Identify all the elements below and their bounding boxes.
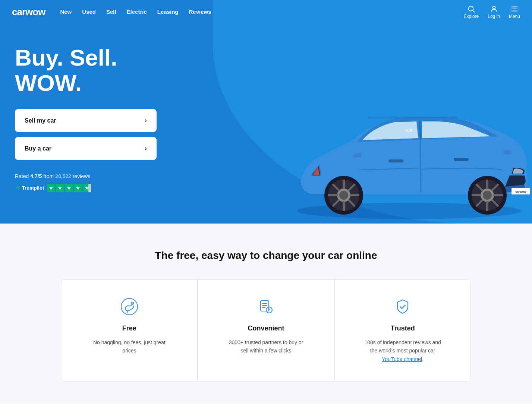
svg-point-2 <box>492 6 495 9</box>
hero-title: Buy. Sell. WOW. <box>15 45 164 96</box>
review-count: 28,522 <box>55 173 71 179</box>
features-section: The free, easy way to change your car on… <box>0 224 532 404</box>
hero-section: Buy. Sell. WOW. Sell my car › Buy a car … <box>0 0 532 224</box>
sell-car-button[interactable]: Sell my car › <box>15 109 157 132</box>
svg-rect-12 <box>454 158 469 161</box>
hamburger-icon <box>510 5 519 13</box>
car-svg: carwow <box>278 66 532 222</box>
svg-point-0 <box>469 6 473 11</box>
svg-rect-38 <box>368 117 457 118</box>
sell-car-label: Sell my car <box>25 117 56 124</box>
star-1: ★ <box>47 184 55 192</box>
trustpilot-stars: ★ ★ ★ ★ ★ <box>47 184 91 192</box>
nav-link-leasing[interactable]: Leasing <box>157 9 179 15</box>
nav-link-used[interactable]: Used <box>82 9 96 15</box>
hero-rating: Rated 4.7/5 from 28,522 reviews ★ Trustp… <box>15 172 164 193</box>
trustpilot-star-icon: ★ <box>15 183 20 193</box>
menu-label: Menu <box>509 14 520 19</box>
nav-link-sell[interactable]: Sell <box>106 9 116 15</box>
search-icon <box>467 5 475 13</box>
nav-link-new[interactable]: New <box>60 9 72 15</box>
feature-card-trusted: Trusted 100s of independent reviews and … <box>334 279 471 381</box>
nav-links: New Used Sell Electric Leasing Reviews <box>60 9 211 15</box>
svg-point-28 <box>339 191 348 200</box>
feature-desc-trusted: 100s of independent reviews and the worl… <box>362 338 444 363</box>
star-4: ★ <box>74 184 82 192</box>
feature-desc-free: No haggling, no fees, just great prices <box>88 338 170 355</box>
feature-card-free: Free No haggling, no fees, just great pr… <box>61 279 198 381</box>
chevron-right-icon: › <box>145 117 147 124</box>
rating-score: 4.7/5 <box>30 173 42 179</box>
navbar: carwow New Used Sell Electric Leasing Re… <box>0 0 532 24</box>
nav-link-reviews[interactable]: Reviews <box>189 9 211 15</box>
svg-line-10 <box>420 139 421 192</box>
explore-button[interactable]: Explore <box>464 5 479 19</box>
trustpilot-label: Trustpilot <box>22 184 44 192</box>
svg-text:carwow: carwow <box>515 190 526 193</box>
login-label: Log in <box>488 14 500 19</box>
feature-desc-convenient: 3000+ trusted partners to buy or sell wi… <box>225 338 307 355</box>
svg-point-40 <box>131 302 133 304</box>
user-icon <box>490 5 498 13</box>
nav-link-electric[interactable]: Electric <box>127 9 147 15</box>
svg-rect-11 <box>388 159 403 162</box>
features-title: The free, easy way to change your car on… <box>15 250 517 262</box>
feature-card-convenient: Convenient 3000+ trusted partners to buy… <box>198 279 334 381</box>
nav-logo[interactable]: carwow <box>12 6 45 18</box>
star-5-half: ★ <box>83 184 91 192</box>
explore-label: Explore <box>464 14 479 19</box>
handshake-icon <box>120 298 138 317</box>
feature-name-trusted: Trusted <box>391 324 415 332</box>
trustpilot-row: ★ Trustpilot ★ ★ ★ ★ ★ <box>15 183 164 193</box>
hero-content: Buy. Sell. WOW. Sell my car › Buy a car … <box>0 8 179 216</box>
shield-check-icon <box>394 298 412 317</box>
rating-text: Rated 4.7/5 from 28,522 reviews <box>15 172 164 181</box>
chevron-right-icon: › <box>145 145 147 152</box>
svg-point-39 <box>121 298 138 315</box>
star-2: ★ <box>56 184 64 192</box>
features-grid: Free No haggling, no fees, just great pr… <box>61 279 471 381</box>
trustpilot-logo: ★ Trustpilot <box>15 183 44 193</box>
buy-car-label: Buy a car <box>25 145 51 152</box>
login-button[interactable]: Log in <box>488 5 500 19</box>
hero-car-image: carwow <box>278 66 532 224</box>
feature-name-convenient: Convenient <box>248 324 284 332</box>
youtube-channel-link[interactable]: YouTube channel <box>382 356 422 362</box>
feature-name-free: Free <box>122 324 136 332</box>
buy-car-button[interactable]: Buy a car › <box>15 137 157 160</box>
nav-right: Explore Log in Menu <box>464 5 520 19</box>
svg-text:KIA: KIA <box>406 128 413 133</box>
star-3: ★ <box>65 184 73 192</box>
hero-buttons: Sell my car › Buy a car › <box>15 109 164 160</box>
menu-button[interactable]: Menu <box>509 5 520 19</box>
document-icon <box>257 298 275 317</box>
svg-point-16 <box>483 191 492 200</box>
svg-line-1 <box>473 10 475 12</box>
